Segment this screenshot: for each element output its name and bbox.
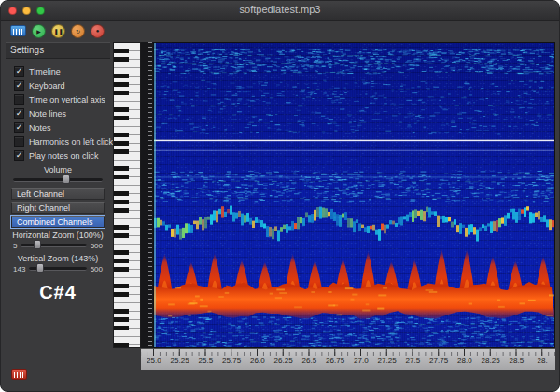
checkbox-label: Keyboard [29,81,65,91]
pause-button[interactable]: ❚❚ [51,24,65,38]
vertical-zoom-label: Vertical Zoom (143%) [6,254,110,263]
vertical-zoom-max: 500 [91,265,103,273]
timeline-labels: 25.0 25.25 25.5 25.75 26.0 26.25 26.5 26… [141,357,555,365]
timeline-bar[interactable]: 25.0 25.25 25.5 25.75 26.0 26.25 26.5 26… [141,348,555,370]
checkbox-label: Time on vertical axis [29,95,105,105]
timeline-label: 25.0 [141,357,167,365]
spectrogram-view [153,42,555,348]
checkbox-icon[interactable]: ✓ [14,150,24,161]
settings-panel: Settings ✓ Timeline ✓ Keyboard Time on v… [6,42,110,387]
volume-slider-thumb[interactable] [63,175,70,184]
checkbox-label: Note lines [29,109,66,119]
timeline-label: 25.5 [193,357,219,365]
timeline-label: 26.0 [245,357,271,365]
timeline-label: 28.25 [478,357,504,365]
timeline-label: 27.0 [348,357,374,365]
record-button[interactable]: ● [91,24,105,38]
checkbox-icon[interactable]: ✓ [14,122,24,133]
timeline-tick-marks [141,349,555,356]
right-channel-button[interactable]: Right Channel [11,202,105,214]
axis-tick-marks [148,42,152,348]
timeline-label: 25.25 [167,357,193,365]
horizontal-zoom-slider[interactable]: 5 500 [6,240,110,251]
settings-header: Settings [6,42,110,59]
timeline-label: 27.5 [400,357,427,365]
checkbox-notes[interactable]: ✓ Notes [6,120,110,134]
checkbox-keyboard[interactable]: ✓ Keyboard [6,78,110,92]
horizontal-zoom-track[interactable] [21,244,86,247]
checkbox-label: Harmonics on left click [29,137,113,147]
checkbox-note-lines[interactable]: ✓ Note lines [6,106,110,120]
volume-slider[interactable] [6,175,110,186]
piano-keyboard[interactable] [113,42,141,348]
checkbox-timeline[interactable]: ✓ Timeline [6,64,110,78]
checkbox-time-on-vertical-axis[interactable]: Time on vertical axis [6,92,110,106]
checkbox-icon[interactable]: ✓ [14,80,24,91]
toolbar: ▶ ❚❚ ↻ ● [1,20,559,42]
loop-button[interactable]: ↻ [71,24,85,38]
window-title: softpediatest.mp3 [1,4,559,15]
volume-label: Volume [6,165,110,175]
vertical-zoom-track[interactable] [29,267,86,271]
timeline-label: 26.25 [271,357,297,365]
spectrogram-canvas[interactable] [154,43,554,347]
horizontal-zoom-thumb[interactable] [34,240,41,249]
checkbox-icon[interactable]: ✓ [14,66,24,77]
horizontal-zoom-min: 5 [13,242,17,250]
timeline-label: 27.25 [374,357,400,365]
timeline-label: 27.75 [426,357,452,365]
current-note-display: C#4 [6,282,110,303]
keyboard-icon [10,25,26,36]
vertical-axis-ruler [141,42,153,348]
checkbox-label: Play notes on click [29,151,99,161]
app-window: softpediatest.mp3 ▶ ❚❚ ↻ ● Settings ✓ Ti… [0,0,560,392]
vertical-zoom-min: 143 [13,265,25,273]
midi-indicator-icon[interactable] [11,369,27,380]
checkbox-icon[interactable] [14,94,24,105]
timeline-label: 26.5 [297,357,323,365]
timeline-label: 25.75 [218,357,245,365]
checkbox-harmonics-on-left-click[interactable]: Harmonics on left click [6,134,110,148]
checkbox-icon[interactable] [14,136,24,147]
vertical-zoom-slider[interactable]: 143 500 [6,263,110,274]
checkbox-label: Notes [29,123,51,133]
horizontal-zoom-label: Horizontal Zoom (100%) [6,231,110,240]
piano-black-keys[interactable] [114,43,129,347]
timeline-label: 28.0 [452,357,478,365]
volume-slider-track[interactable] [13,178,103,182]
horizontal-zoom-max: 500 [91,242,103,250]
checkbox-icon[interactable]: ✓ [14,108,24,119]
timeline-label: 26.75 [322,357,348,365]
vertical-zoom-thumb[interactable] [36,263,44,273]
left-channel-button[interactable]: Left Channel [11,188,105,200]
checkbox-label: Timeline [29,67,61,77]
title-bar[interactable]: softpediatest.mp3 [1,1,559,21]
play-button[interactable]: ▶ [32,24,46,38]
checkbox-play-notes-on-click[interactable]: ✓ Play notes on click [6,148,110,162]
timeline-label: 28.5 [504,357,530,365]
combined-channels-button[interactable]: Combined Channels [11,216,105,228]
timeline-label: 28. [529,357,555,365]
